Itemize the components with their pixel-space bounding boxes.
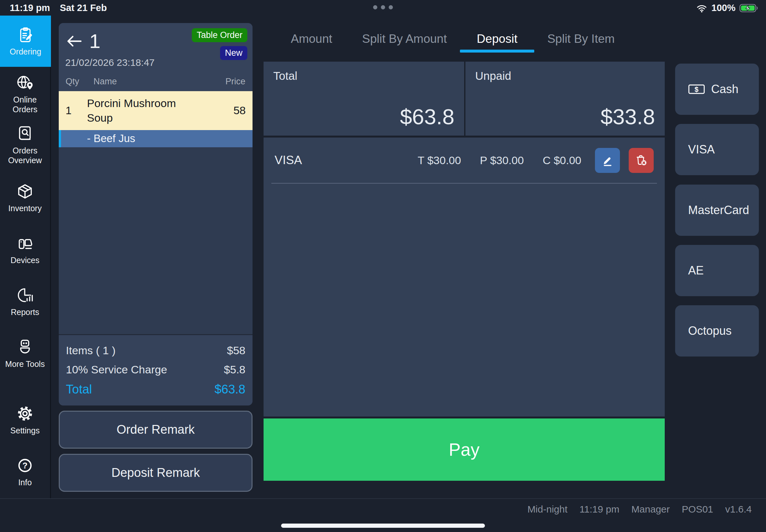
sidebar-item-label: Ordering — [10, 47, 41, 56]
summary-total-row: Total $63.8 — [66, 382, 245, 396]
wifi-icon — [696, 3, 708, 13]
method-label: Cash — [711, 82, 738, 96]
footer-role: Manager — [631, 504, 670, 515]
payment-entries-panel: VISA T $30.00 P $30.00 C $0.00 — [263, 138, 665, 417]
name-column-header: Name — [93, 77, 225, 87]
sidebar-item-label: Online Orders — [0, 95, 50, 114]
sidebar-item-devices[interactable]: Devices — [0, 234, 50, 265]
method-visa-button[interactable]: VISA — [675, 124, 759, 175]
total-label: Total — [66, 382, 92, 396]
sidebar-item-label: Reports — [11, 307, 39, 317]
edit-payment-button[interactable] — [595, 148, 620, 173]
multitask-dots-icon — [373, 5, 393, 9]
entry-tendered: T $30.00 — [418, 154, 461, 167]
orders-overview-icon — [16, 125, 34, 143]
sidebar-item-more-tools[interactable]: More Tools — [0, 338, 50, 369]
pay-button[interactable]: Pay — [263, 418, 665, 481]
order-column-headers: Qty Name Price — [65, 77, 246, 87]
item-modifier-row[interactable]: - Beef Jus — [59, 130, 252, 147]
pencil-icon — [601, 154, 614, 167]
total-panel-amount: $63.8 — [400, 104, 455, 129]
service-charge-label: 10% Service Charge — [66, 363, 167, 376]
sidebar-item-orders-overview[interactable]: Orders Overview — [0, 125, 50, 165]
status-right: 100% — [696, 3, 760, 13]
svg-text:?: ? — [22, 461, 28, 470]
sidebar-item-info[interactable]: ? Info — [0, 456, 50, 487]
delete-payment-button[interactable] — [629, 148, 654, 173]
svg-text:$: $ — [695, 86, 699, 93]
sidebar-item-label: Orders Overview — [0, 146, 50, 165]
tab-amount[interactable]: Amount — [276, 25, 347, 53]
tab-split-by-item[interactable]: Split By Item — [532, 25, 630, 53]
order-remark-button[interactable]: Order Remark — [59, 411, 252, 449]
entry-method: VISA — [274, 153, 302, 167]
order-header: 1 Table Order New 21/02/2026 23:18:47 Qt… — [59, 23, 252, 91]
online-orders-icon — [16, 74, 34, 92]
status-time: 11:19 pm — [10, 3, 50, 13]
ordering-icon — [17, 26, 34, 44]
method-mastercard-button[interactable]: MasterCard — [675, 185, 759, 236]
home-indicator[interactable] — [281, 524, 485, 528]
sidebar-item-label: Devices — [11, 255, 40, 265]
method-ae-button[interactable]: AE — [675, 245, 759, 296]
sidebar-item-inventory[interactable]: Inventory — [0, 182, 50, 213]
unpaid-panel-amount: $33.8 — [601, 104, 655, 129]
entry-amounts: T $30.00 P $30.00 C $0.00 — [418, 154, 581, 167]
question-circle-icon: ? — [16, 456, 34, 475]
sidebar-item-ordering[interactable]: Ordering — [0, 16, 51, 67]
total-panel: Total $63.8 — [263, 62, 464, 136]
sidebar-item-label: Settings — [10, 426, 40, 435]
method-label: MasterCard — [688, 203, 749, 217]
sidebar-item-online-orders[interactable]: Online Orders — [0, 74, 50, 114]
back-button[interactable] — [65, 34, 83, 48]
footer-shift: Mid-night — [528, 504, 567, 515]
footer-status-bar: Mid-night 11:19 pm Manager POS01 v1.6.4 — [0, 498, 766, 532]
deposit-remark-button[interactable]: Deposit Remark — [59, 454, 252, 492]
item-qty: 1 — [59, 104, 87, 117]
sidebar-item-settings[interactable]: Settings — [0, 405, 50, 435]
price-column-header: Price — [225, 77, 246, 87]
tab-split-by-amount[interactable]: Split By Amount — [347, 25, 462, 53]
item-name: Porcini Mushroom Soup — [87, 96, 201, 125]
battery-charging-icon — [739, 3, 760, 13]
unpaid-panel: Unpaid $33.8 — [466, 62, 665, 136]
summary-service-charge-row: 10% Service Charge $5.8 — [66, 363, 245, 376]
status-date: Sat 21 Feb — [60, 3, 107, 13]
sidebar-item-reports[interactable]: Reports — [0, 286, 50, 317]
trash-x-icon — [635, 153, 648, 167]
entry-paid: P $30.00 — [480, 154, 524, 167]
footer-terminal: POS01 — [682, 504, 713, 515]
tab-deposit[interactable]: Deposit — [462, 25, 532, 53]
status-time-date: 11:19 pm Sat 21 Feb — [10, 3, 107, 13]
pos-app: 11:19 pm Sat 21 Feb 100% — [0, 0, 766, 532]
total-panel-label: Total — [273, 69, 455, 82]
devices-icon — [16, 234, 34, 252]
order-item-row[interactable]: 1 Porcini Mushroom Soup 58 — [59, 91, 252, 130]
summary-items-row: Items ( 1 ) $58 — [66, 344, 245, 357]
table-number: 1 — [89, 30, 100, 53]
method-label: Octopus — [688, 324, 732, 338]
unpaid-panel-label: Unpaid — [475, 69, 655, 82]
order-type-badge: Table Order — [192, 28, 247, 42]
total-value: $63.8 — [214, 382, 245, 396]
entry-change: C $0.00 — [543, 154, 581, 167]
banknote-icon: $ — [688, 83, 705, 95]
payment-entry-row: VISA T $30.00 P $30.00 C $0.00 — [263, 138, 665, 183]
order-summary: Items ( 1 ) $58 10% Service Charge $5.8 … — [59, 334, 252, 405]
status-bar: 11:19 pm Sat 21 Feb 100% — [0, 0, 766, 16]
order-item-list: 1 Porcini Mushroom Soup 58 - Beef Jus — [59, 91, 252, 334]
reports-icon — [16, 286, 34, 304]
item-price: 58 — [233, 104, 252, 117]
entry-divider — [271, 183, 657, 184]
summary-items-label: Items ( 1 ) — [66, 344, 115, 357]
payment-tabs: Amount Split By Amount Deposit Split By … — [276, 25, 630, 53]
inventory-icon — [16, 182, 34, 200]
order-status-badge: New — [220, 46, 247, 60]
summary-items-value: $58 — [227, 344, 245, 357]
method-octopus-button[interactable]: Octopus — [675, 305, 759, 357]
service-charge-value: $5.8 — [224, 363, 245, 376]
footer-time: 11:19 pm — [579, 504, 619, 515]
method-cash-button[interactable]: $ Cash — [675, 64, 759, 115]
robot-icon — [16, 338, 34, 356]
sidebar: Ordering Online Orders Or — [0, 16, 51, 498]
